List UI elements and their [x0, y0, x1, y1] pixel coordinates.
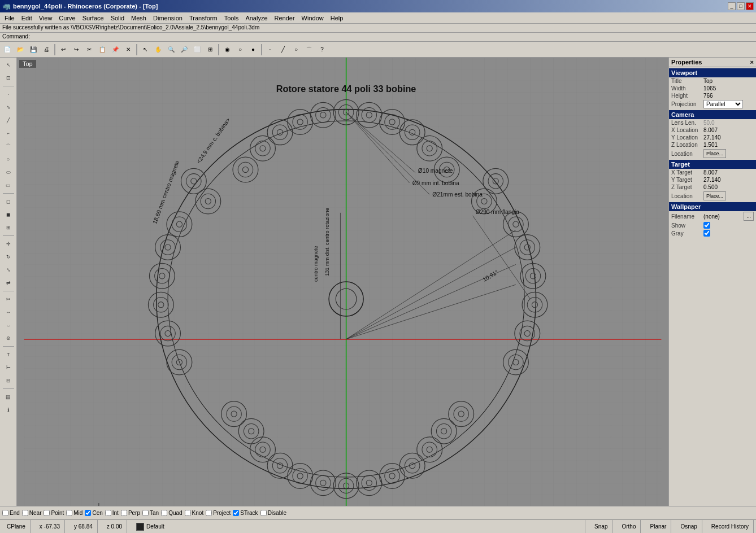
toolbar-shaded[interactable]: ◉: [221, 43, 233, 56]
record-history-status[interactable]: Record History: [707, 520, 754, 533]
gray-checkbox[interactable]: [703, 230, 710, 237]
menu-analyze[interactable]: Analyze: [242, 14, 271, 23]
snap-knot[interactable]: Knot: [185, 510, 204, 516]
toolbar-help[interactable]: ?: [316, 43, 328, 56]
toolbar-zoom-out[interactable]: 🔎: [178, 43, 190, 56]
snap-project-checkbox[interactable]: [206, 510, 212, 516]
maximize-button[interactable]: □: [737, 2, 745, 10]
tool-extend[interactable]: ↔: [2, 306, 15, 318]
menu-transform[interactable]: Transform: [186, 14, 221, 23]
tool-solid[interactable]: ◼: [2, 208, 15, 221]
toolbar-delete[interactable]: ✕: [122, 43, 134, 56]
menu-tools[interactable]: Tools: [221, 14, 242, 23]
toolbar-open[interactable]: 📂: [14, 43, 27, 56]
tool-rectangle[interactable]: ▭: [2, 179, 15, 191]
toolbar-print[interactable]: 🖨: [40, 43, 53, 56]
menu-help[interactable]: Help: [327, 14, 347, 23]
tool-offset[interactable]: ⊜: [2, 332, 15, 344]
toolbar-pan[interactable]: ✋: [152, 43, 164, 56]
viewport-area[interactable]: Top Rotore statore 44 poli 33: [17, 58, 668, 506]
tool-trim[interactable]: ✂: [2, 293, 15, 305]
tool-circle[interactable]: ○: [2, 153, 15, 165]
snap-int[interactable]: Int: [105, 510, 119, 516]
snap-project[interactable]: Project: [206, 510, 231, 516]
snap-strack-checkbox[interactable]: [233, 510, 239, 516]
snap-point-checkbox[interactable]: [44, 510, 50, 516]
tool-rotate[interactable]: ↻: [2, 251, 15, 263]
tool-surface[interactable]: ◻: [2, 195, 15, 208]
tool-arc[interactable]: ⌒: [2, 140, 15, 152]
menu-mesh[interactable]: Mesh: [128, 14, 150, 23]
wallpaper-browse-button[interactable]: ...: [744, 212, 754, 221]
toolbar-circle[interactable]: ○: [290, 43, 302, 56]
tool-text[interactable]: T: [2, 348, 15, 361]
menu-surface[interactable]: Surface: [79, 14, 107, 23]
place-camera-button[interactable]: Place...: [703, 149, 726, 158]
snap-cen-checkbox[interactable]: [85, 510, 91, 516]
toolbar-rendered[interactable]: ●: [247, 43, 259, 56]
toolbar-undo[interactable]: ↩: [57, 43, 69, 56]
snap-status[interactable]: Snap: [590, 520, 612, 533]
snap-tan[interactable]: Tan: [142, 510, 159, 516]
snap-strack[interactable]: STrack: [233, 510, 258, 516]
snap-cen[interactable]: Cen: [85, 510, 102, 516]
window-controls[interactable]: _ □ ✕: [728, 2, 754, 10]
minimize-button[interactable]: _: [728, 2, 736, 10]
tool-layer[interactable]: ▤: [2, 391, 15, 403]
prop-select-projection[interactable]: Parallel Perspective: [703, 100, 743, 108]
toolbar-redo[interactable]: ↪: [70, 43, 82, 56]
snap-perp-checkbox[interactable]: [121, 510, 127, 516]
snap-end[interactable]: End: [2, 510, 20, 516]
tool-polyline[interactable]: ⌐: [2, 127, 15, 139]
snap-near-checkbox[interactable]: [22, 510, 28, 516]
close-button[interactable]: ✕: [746, 2, 754, 10]
snap-tan-checkbox[interactable]: [142, 510, 149, 516]
tool-properties[interactable]: ℹ: [2, 404, 15, 416]
menu-curve[interactable]: Curve: [55, 14, 79, 23]
toolbar-cut[interactable]: ✂: [83, 43, 95, 56]
toolbar-line[interactable]: ╱: [277, 43, 289, 56]
menu-window[interactable]: Window: [298, 14, 327, 23]
tool-dimension[interactable]: ⊢: [2, 361, 15, 374]
toolbar-zoom-in[interactable]: 🔍: [165, 43, 177, 56]
menu-solid[interactable]: Solid: [107, 14, 128, 23]
planar-status[interactable]: Planar: [645, 520, 671, 533]
tool-point[interactable]: ·: [2, 88, 15, 101]
tool-scale[interactable]: ⤡: [2, 264, 15, 276]
toolbar-save[interactable]: 💾: [27, 43, 40, 56]
snap-mid-checkbox[interactable]: [66, 510, 72, 516]
viewport-canvas[interactable]: Rotore statore 44 poli 33 bobine: [17, 58, 668, 506]
snap-quad-checkbox[interactable]: [161, 510, 167, 516]
tool-select-arrow[interactable]: ↖: [2, 59, 15, 71]
ortho-status[interactable]: Ortho: [617, 520, 641, 533]
snap-perp[interactable]: Perp: [121, 510, 140, 516]
snap-near[interactable]: Near: [22, 510, 42, 516]
tool-curve[interactable]: ∿: [2, 101, 15, 113]
toolbar-zoom-window[interactable]: ⬜: [191, 43, 203, 56]
toolbar-point[interactable]: ·: [264, 43, 276, 56]
menu-view[interactable]: View: [36, 14, 56, 23]
osnap-status[interactable]: Osnap: [676, 520, 702, 533]
menu-edit[interactable]: Edit: [18, 14, 36, 23]
tool-fillet[interactable]: ⌣: [2, 319, 15, 331]
toolbar-zoom-extents[interactable]: ⊞: [204, 43, 216, 56]
snap-end-checkbox[interactable]: [2, 510, 8, 516]
tool-mesh[interactable]: ⊞: [2, 221, 15, 234]
toolbar-paste[interactable]: 📌: [109, 43, 121, 56]
toolbar-select[interactable]: ↖: [139, 43, 151, 56]
tool-select-area[interactable]: ⊡: [2, 72, 15, 84]
tool-move[interactable]: ✛: [2, 238, 15, 250]
tool-line[interactable]: ╱: [2, 114, 15, 126]
snap-knot-checkbox[interactable]: [185, 510, 191, 516]
toolbar-copy[interactable]: 📋: [96, 43, 108, 56]
tool-hatch[interactable]: ⊟: [2, 374, 15, 387]
snap-point[interactable]: Point: [44, 510, 64, 516]
snap-int-checkbox[interactable]: [105, 510, 111, 516]
snap-quad[interactable]: Quad: [161, 510, 182, 516]
properties-close-button[interactable]: ×: [750, 59, 754, 65]
menu-render[interactable]: Render: [271, 14, 298, 23]
snap-mid[interactable]: Mid: [66, 510, 82, 516]
tool-ellipse[interactable]: ⬭: [2, 166, 15, 178]
toolbar-arc[interactable]: ⌒: [303, 43, 315, 56]
menu-file[interactable]: File: [1, 14, 18, 23]
